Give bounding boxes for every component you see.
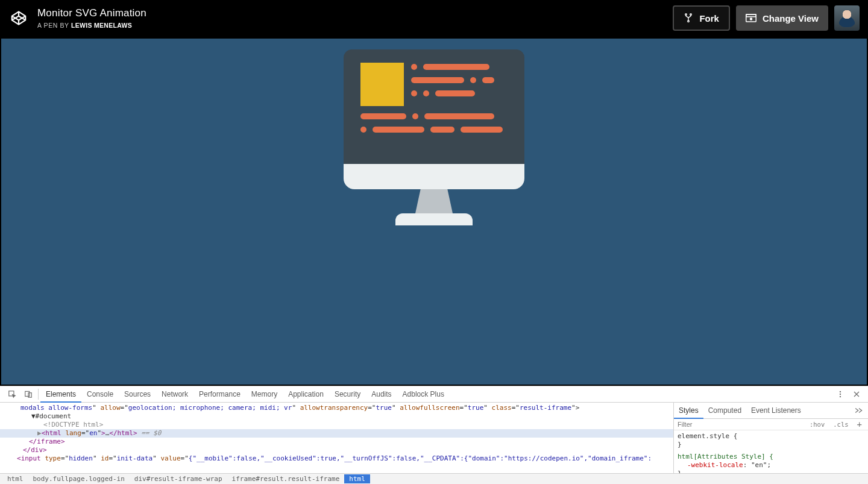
- screen-code-line: [482, 77, 494, 83]
- svg-point-14: [839, 396, 840, 397]
- rule-line[interactable]: element.style {: [678, 432, 864, 441]
- crumb-item[interactable]: iframe#result.result-iframe: [227, 474, 345, 483]
- change-view-label: Change View: [763, 13, 819, 24]
- screen-dot: [360, 127, 366, 133]
- fork-button[interactable]: Fork: [673, 5, 730, 31]
- pen-title-block: Monitor SVG Animation A PEN BY Lewis Men…: [37, 7, 146, 29]
- change-view-button[interactable]: Change View: [736, 5, 828, 31]
- svg-point-8: [750, 18, 752, 20]
- elements-line[interactable]: </iframe>: [0, 438, 673, 446]
- tab-application[interactable]: Application: [283, 386, 329, 403]
- elements-line-selected[interactable]: ▶<html lang="en">…</html> == $0: [0, 429, 673, 438]
- screen-code-line: [435, 90, 475, 96]
- screen-dot: [411, 64, 417, 70]
- fork-label: Fork: [699, 13, 719, 24]
- codepen-header: Monitor SVG Animation A PEN BY Lewis Men…: [0, 0, 868, 37]
- tab-security[interactable]: Security: [329, 386, 366, 403]
- devtools-tabbar: Elements Console Sources Network Perform…: [0, 386, 868, 403]
- styles-filter-bar: :hov .cls +: [674, 419, 868, 430]
- monitor-foot: [395, 213, 473, 225]
- styles-tabbar: Styles Computed Event Listeners: [674, 403, 868, 419]
- screen-dot: [411, 90, 417, 96]
- codepen-logo-icon[interactable]: [8, 8, 29, 28]
- styles-filter-input[interactable]: [678, 421, 804, 428]
- tab-network[interactable]: Network: [156, 386, 193, 403]
- cls-toggle[interactable]: .cls: [831, 420, 851, 429]
- screen-dot: [412, 113, 418, 119]
- screen-code-line: [411, 77, 464, 83]
- monitor-neck: [415, 189, 453, 213]
- monitor-bezel: [344, 164, 524, 189]
- screen-code-line: [360, 113, 406, 119]
- styles-tab-computed[interactable]: Computed: [703, 403, 746, 419]
- styles-pane: Styles Computed Event Listeners :hov .cl…: [674, 403, 868, 473]
- tab-console[interactable]: Console: [81, 386, 119, 403]
- styles-tab-event-listeners[interactable]: Event Listeners: [746, 403, 806, 419]
- screen-code-line: [430, 127, 454, 133]
- elements-line[interactable]: <!DOCTYPE html>: [0, 421, 673, 429]
- styles-tab-styles[interactable]: Styles: [674, 403, 703, 419]
- inspect-icon[interactable]: [4, 386, 20, 403]
- screen-dot: [470, 77, 476, 83]
- svg-rect-7: [746, 14, 756, 17]
- screen-code-line: [461, 127, 503, 133]
- screen-code-line: [373, 127, 424, 133]
- screen-code-line: [424, 113, 494, 119]
- crumb-item[interactable]: div#result-iframe-wrap: [130, 474, 227, 483]
- elements-line[interactable]: </div>: [0, 446, 673, 454]
- tab-audits[interactable]: Audits: [366, 386, 397, 403]
- rule-line[interactable]: -webkit-locale: "en";: [678, 461, 864, 470]
- device-toggle-icon[interactable]: [20, 386, 36, 403]
- svg-point-12: [839, 391, 840, 392]
- devtools-close-icon[interactable]: [848, 386, 864, 403]
- tabbar-divider: [38, 389, 39, 400]
- monitor-screen: [344, 49, 524, 164]
- elements-line[interactable]: <input type="hidden" id="init-data" valu…: [0, 454, 673, 463]
- new-rule-icon[interactable]: +: [855, 419, 864, 430]
- svg-rect-10: [25, 391, 29, 396]
- elements-line[interactable]: ▼#document: [0, 412, 673, 421]
- pen-title: Monitor SVG Animation: [37, 7, 146, 19]
- pen-render-surface: [1, 39, 867, 385]
- svg-point-5: [688, 20, 690, 22]
- user-avatar[interactable]: [834, 5, 860, 31]
- svg-point-13: [839, 394, 840, 395]
- elements-line[interactable]: modals allow-forms" allow="geolocation; …: [0, 404, 673, 412]
- elements-breadcrumb: html body.fullpage.logged-in div#result-…: [0, 473, 868, 484]
- elements-tree[interactable]: modals allow-forms" allow="geolocation; …: [0, 403, 674, 473]
- tab-adblock-plus[interactable]: Adblock Plus: [397, 386, 450, 403]
- devtools-menu-icon[interactable]: [832, 386, 848, 403]
- pen-author[interactable]: Lewis Menelaws: [71, 22, 132, 29]
- devtools-panel: Elements Console Sources Network Perform…: [0, 386, 868, 484]
- svg-rect-11: [28, 393, 31, 398]
- tab-memory[interactable]: Memory: [246, 386, 283, 403]
- screen-dot: [423, 90, 429, 96]
- screen-code-line: [423, 64, 489, 70]
- styles-tabs-more-icon[interactable]: [850, 403, 868, 419]
- tab-performance[interactable]: Performance: [193, 386, 246, 403]
- rule-line[interactable]: html[Attributes Style] {: [678, 453, 864, 461]
- devtools-body: modals allow-forms" allow="geolocation; …: [0, 403, 868, 473]
- tab-elements[interactable]: Elements: [40, 386, 81, 403]
- monitor-illustration: [344, 49, 524, 385]
- crumb-item[interactable]: html: [2, 474, 28, 483]
- styles-rules[interactable]: element.style { } html[Attributes Style]…: [674, 430, 868, 473]
- fork-icon: [684, 13, 693, 23]
- crumb-item[interactable]: body.fullpage.logged-in: [28, 474, 130, 483]
- screen-yellow-square: [360, 63, 404, 106]
- tab-sources[interactable]: Sources: [119, 386, 156, 403]
- pen-byline: A PEN BY Lewis Menelaws: [37, 22, 146, 29]
- change-view-icon: [746, 14, 756, 22]
- pen-preview-area: [0, 37, 868, 386]
- crumb-item-current[interactable]: html: [344, 474, 370, 483]
- rule-line[interactable]: }: [678, 441, 864, 449]
- byline-prefix: A PEN BY: [37, 22, 69, 29]
- hov-toggle[interactable]: :hov: [807, 420, 827, 429]
